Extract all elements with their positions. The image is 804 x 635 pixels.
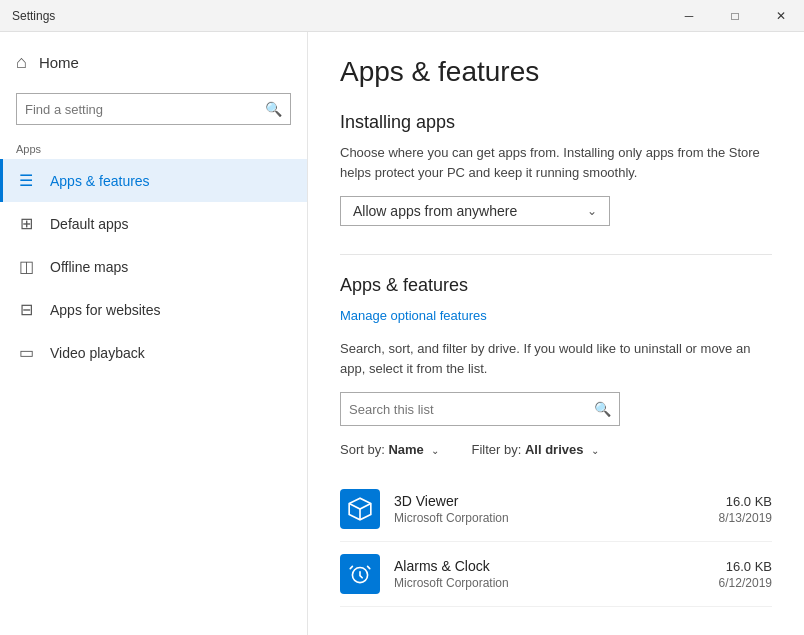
home-icon: ⌂	[16, 52, 27, 73]
app-info-3d-viewer: 3D Viewer Microsoft Corporation	[394, 493, 719, 525]
apps-features-heading: Apps & features	[340, 275, 772, 296]
app-size-alarms-clock: 16.0 KB	[719, 559, 772, 574]
sidebar-item-apps-websites[interactable]: ⊟ Apps for websites	[0, 288, 307, 331]
app-item-alarms-clock[interactable]: Alarms & Clock Microsoft Corporation 16.…	[340, 542, 772, 607]
sidebar-item-label-apps-websites: Apps for websites	[50, 302, 161, 318]
search-list-box[interactable]: 🔍	[340, 392, 620, 426]
chevron-down-icon: ⌄	[587, 204, 597, 218]
minimize-button[interactable]: ─	[666, 0, 712, 32]
app-info-alarms-clock: Alarms & Clock Microsoft Corporation	[394, 558, 719, 590]
content-area: Apps & features Installing apps Choose w…	[308, 32, 804, 635]
filter-chevron-icon: ⌄	[591, 445, 599, 456]
close-button[interactable]: ✕	[758, 0, 804, 32]
sidebar-item-label-offline-maps: Offline maps	[50, 259, 128, 275]
page-title: Apps & features	[340, 56, 772, 88]
manage-optional-features-link[interactable]: Manage optional features	[340, 308, 487, 323]
sidebar-search-icon: 🔍	[265, 101, 282, 117]
installing-apps-dropdown[interactable]: Allow apps from anywhere ⌄	[340, 196, 610, 226]
filter-label: Filter by:	[471, 442, 521, 457]
search-list-icon: 🔍	[594, 401, 611, 417]
installing-apps-heading: Installing apps	[340, 112, 772, 133]
filter-control[interactable]: Filter by: All drives ⌄	[471, 442, 599, 457]
sort-filter-bar: Sort by: Name ⌄ Filter by: All drives ⌄	[340, 442, 772, 457]
app-item-3d-viewer[interactable]: 3D Viewer Microsoft Corporation 16.0 KB …	[340, 477, 772, 542]
sidebar-item-default-apps[interactable]: ⊞ Default apps	[0, 202, 307, 245]
app-icon-alarms-clock	[340, 554, 380, 594]
titlebar-title: Settings	[12, 9, 55, 23]
sidebar-item-label-default-apps: Default apps	[50, 216, 129, 232]
sidebar: ⌂ Home 🔍 Apps ☰ Apps & features ⊞ Defaul…	[0, 32, 308, 635]
offline-maps-icon: ◫	[16, 257, 36, 276]
sidebar-search-box[interactable]: 🔍	[16, 93, 291, 125]
maximize-button[interactable]: □	[712, 0, 758, 32]
app-date-alarms-clock: 6/12/2019	[719, 576, 772, 590]
search-list-input[interactable]	[349, 402, 594, 417]
app-name-3d-viewer: 3D Viewer	[394, 493, 719, 509]
sort-label: Sort by:	[340, 442, 385, 457]
app-publisher-3d-viewer: Microsoft Corporation	[394, 511, 719, 525]
app-publisher-alarms-clock: Microsoft Corporation	[394, 576, 719, 590]
dropdown-value: Allow apps from anywhere	[353, 203, 517, 219]
video-playback-icon: ▭	[16, 343, 36, 362]
app-list: 3D Viewer Microsoft Corporation 16.0 KB …	[340, 477, 772, 607]
sidebar-item-apps-features[interactable]: ☰ Apps & features	[0, 159, 307, 202]
sidebar-item-label-video-playback: Video playback	[50, 345, 145, 361]
default-apps-icon: ⊞	[16, 214, 36, 233]
sort-control[interactable]: Sort by: Name ⌄	[340, 442, 439, 457]
sidebar-search-input[interactable]	[25, 102, 265, 117]
app-date-3d-viewer: 8/13/2019	[719, 511, 772, 525]
sidebar-item-video-playback[interactable]: ▭ Video playback	[0, 331, 307, 374]
titlebar-controls: ─ □ ✕	[666, 0, 804, 32]
sidebar-section-label: Apps	[0, 137, 307, 159]
app-name-alarms-clock: Alarms & Clock	[394, 558, 719, 574]
app-meta-alarms-clock: 16.0 KB 6/12/2019	[719, 559, 772, 590]
sort-value[interactable]: Name	[388, 442, 423, 457]
filter-value[interactable]: All drives	[525, 442, 584, 457]
installing-apps-description: Choose where you can get apps from. Inst…	[340, 143, 772, 182]
sidebar-item-offline-maps[interactable]: ◫ Offline maps	[0, 245, 307, 288]
home-label: Home	[39, 54, 79, 71]
sidebar-home-button[interactable]: ⌂ Home	[0, 32, 307, 89]
apps-websites-icon: ⊟	[16, 300, 36, 319]
section-divider	[340, 254, 772, 255]
apps-features-description: Search, sort, and filter by drive. If yo…	[340, 339, 772, 378]
app-icon-3d-viewer	[340, 489, 380, 529]
sidebar-item-label-apps-features: Apps & features	[50, 173, 150, 189]
sort-chevron-icon: ⌄	[431, 445, 439, 456]
app-size-3d-viewer: 16.0 KB	[719, 494, 772, 509]
titlebar: Settings ─ □ ✕	[0, 0, 804, 32]
app-meta-3d-viewer: 16.0 KB 8/13/2019	[719, 494, 772, 525]
main-layout: ⌂ Home 🔍 Apps ☰ Apps & features ⊞ Defaul…	[0, 32, 804, 635]
apps-features-icon: ☰	[16, 171, 36, 190]
